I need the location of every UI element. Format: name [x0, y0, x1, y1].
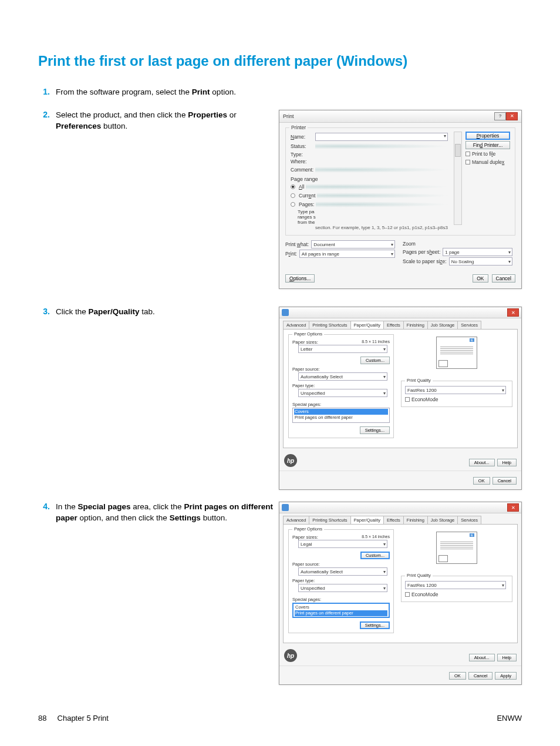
- tab-advanced[interactable]: Advanced: [283, 516, 309, 524]
- print-quality-combo[interactable]: FastRes 1200: [405, 386, 506, 394]
- economode-label: EconoMode: [411, 592, 438, 597]
- close-icon[interactable]: ✕: [506, 112, 518, 120]
- print-dialog-title: Print: [283, 113, 294, 119]
- help-icon[interactable]: ?: [494, 112, 506, 120]
- economode-label: EconoMode: [411, 396, 438, 402]
- tab-services[interactable]: Services: [457, 321, 481, 329]
- find-printer-button[interactable]: Find Printer...: [465, 141, 510, 149]
- pages-per-sheet-combo[interactable]: 1 page: [443, 248, 512, 256]
- tab-job-storage[interactable]: Job Storage: [427, 516, 458, 524]
- all-radio[interactable]: [291, 184, 295, 189]
- ok-button[interactable]: OK: [449, 672, 466, 680]
- page-number: 88: [38, 714, 46, 723]
- print-dialog: Print ? ✕ Printer Name: Stat: [279, 110, 522, 290]
- list-item-diff-paper[interactable]: Print pages on different paper: [294, 415, 388, 421]
- paper-size-combo[interactable]: Legal: [298, 540, 387, 548]
- type-label: Type:: [291, 152, 315, 157]
- page-footer: 88 Chapter 5 Print ENWW: [38, 714, 522, 723]
- print-to-file-checkbox[interactable]: [465, 152, 470, 156]
- tab-job-storage[interactable]: Job Storage: [427, 321, 458, 329]
- print-range-label: Print:: [285, 251, 297, 257]
- economode-checkbox[interactable]: [405, 592, 410, 597]
- paper-size-note: 8.5 × 11 inches: [362, 340, 390, 344]
- paper-size-combo[interactable]: Letter: [298, 345, 387, 353]
- properties-button[interactable]: Properties: [465, 132, 510, 140]
- special-pages-label: Special pages:: [292, 402, 390, 407]
- paper-type-combo[interactable]: Unspecified: [298, 389, 387, 397]
- paper-size-note: 8.5 × 14 inches: [362, 535, 390, 539]
- step-1-text: From the software program, select the Pr…: [56, 87, 236, 98]
- tab-paper-quality[interactable]: Paper/Quality: [350, 516, 384, 524]
- tab-effects[interactable]: Effects: [383, 321, 404, 329]
- scale-to-combo[interactable]: No Scaling: [449, 257, 512, 266]
- apply-button[interactable]: Apply: [495, 672, 517, 680]
- tab-effects[interactable]: Effects: [383, 516, 404, 524]
- tab-printing-shortcuts[interactable]: Printing Shortcuts: [309, 321, 350, 329]
- printer-group-label: Printer: [289, 125, 308, 130]
- tab-paper-quality[interactable]: Paper/Quality: [350, 321, 384, 329]
- print-to-file-label: Print to file: [472, 151, 495, 157]
- page-title: Print the first or last page on differen…: [38, 53, 522, 69]
- ok-button[interactable]: OK: [473, 477, 490, 485]
- step-1-number: 1.: [38, 87, 56, 96]
- about-button[interactable]: About...: [469, 654, 495, 661]
- tab-printing-shortcuts[interactable]: Printing Shortcuts: [309, 516, 350, 524]
- printer-name-combo[interactable]: [315, 133, 448, 141]
- economode-checkbox[interactable]: [405, 397, 410, 402]
- cancel-button[interactable]: Cancel: [492, 477, 517, 485]
- special-pages-list[interactable]: Covers Print pages on different paper: [292, 603, 390, 618]
- cancel-button[interactable]: Cancel: [468, 672, 492, 680]
- print-what-label: Print what:: [285, 241, 309, 247]
- scale-to-label: Scale to paper size:: [403, 258, 447, 264]
- list-item-diff-paper[interactable]: Print pages on different paper: [295, 610, 387, 616]
- tab-advanced[interactable]: Advanced: [283, 321, 309, 329]
- print-quality-combo[interactable]: FastRes 1200: [405, 581, 506, 589]
- current-radio[interactable]: [291, 193, 295, 198]
- settings-button[interactable]: Settings...: [360, 621, 390, 629]
- settings-button[interactable]: Settings...: [360, 426, 390, 434]
- footer-brand: ENWW: [497, 714, 522, 723]
- paper-type-combo[interactable]: Unspecified: [298, 584, 387, 592]
- custom-button[interactable]: Custom...: [360, 552, 390, 559]
- step-2-number: 2.: [38, 110, 56, 119]
- print-range-combo[interactable]: All pages in range: [299, 250, 395, 258]
- page-preview: [436, 532, 477, 564]
- close-icon[interactable]: ✕: [507, 503, 519, 512]
- cancel-button[interactable]: Cancel: [492, 274, 515, 283]
- paper-sizes-label: Paper sizes:: [292, 535, 318, 540]
- manual-duplex-checkbox[interactable]: [465, 160, 470, 164]
- tab-services[interactable]: Services: [457, 516, 481, 524]
- paper-sizes-label: Paper sizes:: [292, 340, 318, 345]
- tab-finishing[interactable]: Finishing: [403, 321, 428, 329]
- custom-button[interactable]: Custom...: [360, 357, 390, 364]
- help-button[interactable]: Help: [497, 654, 517, 661]
- pages-radio[interactable]: [291, 202, 295, 207]
- about-button[interactable]: About...: [469, 459, 495, 466]
- properties-dialog-2: ✕ Advanced Printing Shortcuts Paper/Qual…: [279, 502, 522, 685]
- paper-source-label: Paper source:: [292, 367, 390, 372]
- current-label: Current: [299, 193, 315, 199]
- tab-strip: Advanced Printing Shortcuts Paper/Qualit…: [283, 516, 518, 524]
- ok-button[interactable]: OK: [473, 274, 488, 283]
- pages-label: Pages:: [299, 201, 314, 207]
- print-what-combo[interactable]: Document: [311, 240, 395, 248]
- page-preview: [436, 337, 477, 369]
- close-icon[interactable]: ✕: [507, 308, 519, 317]
- help-button[interactable]: Help: [497, 459, 517, 466]
- name-label: Name:: [291, 134, 315, 140]
- paper-type-label: Paper type:: [292, 383, 390, 388]
- printer-list-scrollbar[interactable]: [454, 132, 462, 225]
- paper-source-combo[interactable]: Automatically Select: [298, 372, 387, 381]
- where-label: Where:: [291, 159, 315, 164]
- options-button[interactable]: Options...: [285, 274, 315, 283]
- zoom-label: Zoom: [403, 241, 515, 247]
- tab-finishing[interactable]: Finishing: [403, 516, 428, 524]
- list-item-covers[interactable]: Covers: [295, 604, 387, 610]
- list-item-covers[interactable]: Covers: [294, 409, 388, 415]
- print-quality-label: Print Quality: [405, 573, 433, 578]
- status-label: Status:: [291, 143, 315, 149]
- paper-source-combo[interactable]: Automatically Select: [298, 567, 387, 576]
- special-pages-list[interactable]: Covers Print pages on different paper: [292, 408, 390, 423]
- chapter-label: Chapter 5 Print: [58, 714, 109, 723]
- manual-duplex-label: Manual duplex: [472, 159, 504, 165]
